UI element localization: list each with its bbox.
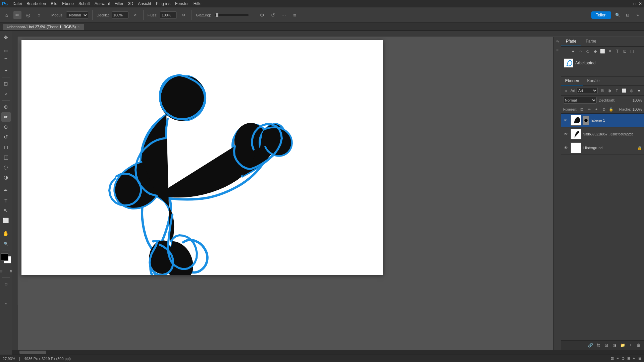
path-icon-3[interactable]: ◇	[585, 48, 591, 55]
tab-farbe[interactable]: Farbe	[581, 37, 601, 46]
menu-auswahl[interactable]: Auswahl	[95, 1, 110, 6]
status-icon-5[interactable]: +	[633, 356, 635, 361]
more-icon[interactable]: »	[634, 11, 641, 19]
path-select-tool[interactable]: ↖	[1, 206, 11, 215]
align-icon[interactable]: ≋	[290, 11, 299, 19]
clone-stamp-tool[interactable]: ⊙	[1, 122, 11, 132]
status-icon-4[interactable]: ⊟	[627, 356, 630, 361]
layer-visibility-ebene1[interactable]: 👁	[563, 118, 569, 123]
extra-icon[interactable]: ⋯	[280, 11, 288, 19]
fluss-input[interactable]	[160, 11, 177, 19]
modus-select[interactable]: Normal	[66, 11, 88, 19]
menu-datei[interactable]: Datei	[12, 1, 22, 6]
close-btn[interactable]: ✕	[639, 1, 642, 6]
layer-fx-icon[interactable]: fx	[595, 342, 602, 349]
horizontal-scrollbar[interactable]	[12, 350, 644, 355]
menu-filter[interactable]: Filter	[114, 1, 123, 6]
gradient-tool[interactable]: ◫	[1, 153, 11, 162]
filter-smart-icon[interactable]: ◎	[629, 87, 635, 94]
layers-panel-icon[interactable]: ≡	[554, 47, 560, 53]
tab-ebenen[interactable]: Ebenen	[561, 77, 583, 85]
layer-item-hintergrund[interactable]: 👁 Hintergrund 🔒	[561, 141, 644, 155]
extra-tool-2[interactable]: ☰	[1, 289, 11, 299]
status-icon-3[interactable]: ⊙	[622, 356, 625, 361]
glaettung-slider[interactable]	[215, 14, 249, 16]
layer-mask-icon[interactable]: ⊡	[603, 342, 610, 349]
fix-artboard-icon[interactable]: +	[593, 106, 599, 112]
rect-select-tool[interactable]: ▭	[1, 46, 11, 55]
layer-add-icon[interactable]: +	[627, 342, 634, 349]
type-tool[interactable]: T	[1, 196, 11, 205]
menu-ansicht[interactable]: Ansicht	[138, 1, 151, 6]
path-icon-9[interactable]: ◫	[629, 48, 636, 55]
search-icon[interactable]: 🔍	[614, 11, 621, 19]
extra-tool-1[interactable]: ⊡	[1, 279, 11, 289]
scrollbar-thumb-horizontal[interactable]	[19, 351, 46, 354]
deckkraft-pressure-icon[interactable]: ⊘	[131, 11, 139, 19]
path-icon-1[interactable]: ●	[570, 48, 577, 55]
healing-tool[interactable]: ⊕	[1, 102, 11, 112]
filter-type-icon[interactable]: ≡	[563, 87, 569, 94]
menu-ebene[interactable]: Ebene	[62, 1, 74, 6]
move-tool[interactable]: ✥	[1, 33, 11, 42]
hand-tool[interactable]: ✋	[1, 229, 11, 238]
layer-visibility-hintergrund[interactable]: 👁	[563, 145, 569, 150]
filter-shape-icon[interactable]: ⬜	[621, 87, 627, 94]
filter-toggle-icon[interactable]: ●	[636, 87, 642, 94]
tab-pfade[interactable]: Pfade	[561, 37, 581, 46]
path-icon-7[interactable]: T	[614, 48, 621, 55]
fluss-pressure-icon[interactable]: ⊘	[179, 11, 187, 19]
fix-pixel-icon[interactable]: ✏	[586, 106, 592, 112]
home-icon[interactable]: ⌂	[3, 11, 11, 19]
symmetry-icon[interactable]: ↺	[269, 11, 277, 19]
layer-adj-icon[interactable]: ◑	[611, 342, 618, 349]
path-icon-4[interactable]: ◆	[592, 48, 599, 55]
brush-size-icon[interactable]: ○	[35, 11, 43, 19]
foreground-color-swatch[interactable]	[1, 253, 8, 261]
minimize-btn[interactable]: –	[629, 1, 631, 6]
color-swatches[interactable]	[1, 253, 11, 263]
dodge-tool[interactable]: ◑	[1, 173, 11, 182]
menu-fenster[interactable]: Fenster	[175, 1, 189, 6]
history-panel-icon[interactable]: ↷	[554, 39, 560, 45]
blend-mode-select[interactable]: Normal	[563, 97, 597, 104]
filter-adj-icon[interactable]: ◑	[606, 87, 612, 94]
eyedropper-tool[interactable]: ⊘	[1, 89, 11, 99]
layer-delete-icon[interactable]: 🗑	[635, 342, 642, 349]
tab-close-icon[interactable]: ×	[78, 25, 80, 28]
eraser-tool[interactable]: ◻	[1, 142, 11, 152]
pen-tool[interactable]: ✒	[1, 186, 11, 195]
layer-filter-select[interactable]: Art	[577, 87, 598, 94]
brush-tool[interactable]: ✏	[1, 112, 11, 122]
brush-tool-icon[interactable]: ✏	[13, 11, 21, 19]
crop-tool[interactable]: ⊡	[1, 79, 11, 88]
menu-3d[interactable]: 3D	[128, 1, 133, 6]
magic-wand-tool[interactable]: ✦	[1, 66, 11, 75]
status-icon-6[interactable]: 🖥	[638, 356, 641, 361]
fix-all-icon[interactable]: 🔒	[608, 106, 614, 112]
menu-hilfe[interactable]: Hilfe	[194, 1, 202, 6]
lasso-tool[interactable]: ⌒	[1, 56, 11, 65]
settings-icon[interactable]: ⚙	[258, 11, 266, 19]
extra-tool-3[interactable]: ≡	[1, 299, 11, 309]
fix-vector-icon[interactable]: ⊘	[601, 106, 607, 112]
layer-group-icon[interactable]: 📁	[619, 342, 626, 349]
status-icon-1[interactable]: ⊡	[611, 356, 614, 361]
path-icon-2[interactable]: ○	[577, 48, 584, 55]
arbeitspfad-item[interactable]: Arbeitspfad	[561, 56, 644, 70]
canvas-container[interactable]	[18, 37, 553, 350]
path-icon-6[interactable]: ≡	[607, 48, 613, 55]
tab-kanaele[interactable]: Kanäle	[583, 77, 603, 85]
quick-mask-tool[interactable]: ⊟	[0, 266, 6, 276]
menu-bild[interactable]: Bild	[51, 1, 57, 6]
zoom-tool[interactable]: 🔍	[1, 239, 11, 248]
path-icon-5[interactable]: ⬜	[599, 48, 606, 55]
layer-item-image[interactable]: 👁 93db39521b057...330cfde0922cb	[561, 127, 644, 141]
layer-link-icon[interactable]: 🔗	[587, 342, 594, 349]
filter-type2-icon[interactable]: T	[614, 87, 620, 94]
filter-pixel-icon[interactable]: ⊟	[599, 87, 605, 94]
status-icon-2[interactable]: ≡	[616, 356, 619, 361]
share-button[interactable]: Teilen	[591, 11, 611, 19]
shape-tool[interactable]: ⬜	[1, 216, 11, 225]
layer-item-ebene1[interactable]: 👁 Ebene	[561, 114, 644, 127]
